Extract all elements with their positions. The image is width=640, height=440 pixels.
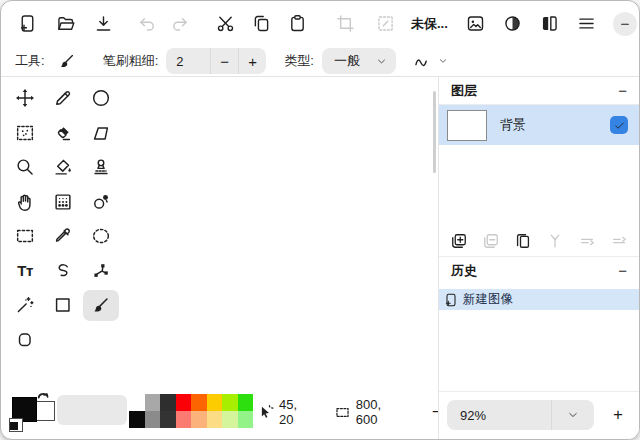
tool-lasso[interactable] xyxy=(45,255,81,286)
palette-swatch[interactable] xyxy=(222,411,238,428)
main-menu-button[interactable] xyxy=(575,12,599,36)
palette-swatch[interactable] xyxy=(160,394,176,411)
palette-swatch[interactable] xyxy=(191,411,207,428)
brush-size-increase-button[interactable]: + xyxy=(238,48,266,74)
curve-nodes-icon xyxy=(90,260,112,282)
tool-wand[interactable] xyxy=(7,290,43,321)
cursor-position-icon xyxy=(257,403,275,421)
background-color-swatch[interactable] xyxy=(35,401,55,421)
ellipse-select-icon xyxy=(90,225,112,247)
tool-halftone[interactable] xyxy=(45,186,81,217)
lower-layer-button[interactable] xyxy=(609,231,629,251)
palette-swatch[interactable] xyxy=(191,394,207,411)
zoom-dropdown[interactable] xyxy=(551,400,594,430)
rectangle-icon xyxy=(52,294,74,316)
tool-move[interactable] xyxy=(7,83,43,114)
titlebar-left-group xyxy=(15,12,115,36)
mini-color-swatch xyxy=(10,422,18,430)
rect-select-icon xyxy=(14,225,36,247)
tool-pencil[interactable] xyxy=(45,83,81,114)
palette-swatch[interactable] xyxy=(238,394,254,411)
tool-stamp[interactable] xyxy=(83,152,119,183)
merge-layer-button[interactable] xyxy=(545,231,565,251)
zoom-control-row: 92% + xyxy=(439,391,639,439)
raise-layer-icon xyxy=(577,231,597,251)
tool-eyedropper[interactable] xyxy=(45,221,81,252)
brush-size-decrease-button[interactable]: − xyxy=(210,48,238,74)
type-dropdown[interactable]: 一般 xyxy=(322,48,396,74)
swap-colors-icon[interactable] xyxy=(36,389,51,404)
history-panel-title: 历史 xyxy=(451,262,477,280)
zoom-control[interactable]: 92% xyxy=(447,400,594,430)
crop-button[interactable] xyxy=(333,12,357,36)
eyedropper-icon xyxy=(52,225,74,247)
tool-eraser[interactable] xyxy=(45,117,81,148)
image-properties-button[interactable] xyxy=(464,12,488,36)
secondary-color-swatch[interactable] xyxy=(9,418,23,432)
palette-swatch[interactable] xyxy=(207,411,223,428)
new-image-button[interactable] xyxy=(15,12,39,36)
paste-button[interactable] xyxy=(285,12,309,36)
tool-rectangle[interactable] xyxy=(45,290,81,321)
titlebar: 未保... xyxy=(1,1,639,46)
layer-row[interactable]: 背景 xyxy=(439,105,639,145)
remove-layer-button[interactable] xyxy=(481,231,501,251)
tool-color-picker-dot[interactable] xyxy=(83,186,119,217)
undo-button[interactable] xyxy=(135,12,159,36)
palette-swatch[interactable] xyxy=(176,411,192,428)
tool-curve[interactable] xyxy=(83,255,119,286)
raise-layer-button[interactable] xyxy=(577,231,597,251)
tool-fill[interactable] xyxy=(45,152,81,183)
copy-button[interactable] xyxy=(249,12,273,36)
duplicate-layer-button[interactable] xyxy=(513,231,533,251)
tool-rect-select[interactable] xyxy=(7,221,43,252)
tool-brush[interactable] xyxy=(83,290,119,321)
open-button[interactable] xyxy=(53,12,77,36)
tool-text[interactable]: Tт xyxy=(7,255,43,286)
palette-swatch[interactable] xyxy=(176,394,192,411)
image-properties-icon xyxy=(465,13,486,34)
canvas[interactable] xyxy=(131,77,438,439)
tool-hand[interactable] xyxy=(7,186,43,217)
canvas-scrollbar[interactable] xyxy=(433,77,437,439)
palette-swatch[interactable] xyxy=(160,411,176,428)
tool-rounded-rectangle[interactable] xyxy=(7,324,43,355)
paste-icon xyxy=(287,13,308,34)
palette-swatch[interactable] xyxy=(129,411,145,428)
cut-button[interactable] xyxy=(213,12,237,36)
flip-button[interactable] xyxy=(538,12,562,36)
save-icon xyxy=(93,13,114,34)
scale-button[interactable] xyxy=(373,12,397,36)
layer-visibility-checkbox[interactable] xyxy=(610,116,628,134)
active-tool-button[interactable] xyxy=(55,49,79,73)
redo-button[interactable] xyxy=(167,12,191,36)
tool-ellipse[interactable] xyxy=(83,83,119,114)
tool-shape[interactable] xyxy=(83,117,119,148)
palette-swatch[interactable] xyxy=(222,394,238,411)
zoom-in-button[interactable]: + xyxy=(607,405,629,425)
tool-zoom[interactable] xyxy=(7,152,43,183)
add-layer-button[interactable] xyxy=(449,231,469,251)
palette-swatch[interactable] xyxy=(145,411,161,428)
minimize-icon xyxy=(617,16,633,32)
tool-magic-select[interactable] xyxy=(7,117,43,148)
stroke-style-dropdown[interactable] xyxy=(412,51,448,72)
layers-collapse-button[interactable]: − xyxy=(618,83,627,98)
palette-swatch[interactable] xyxy=(129,394,145,411)
minimize-button[interactable] xyxy=(613,12,637,36)
wand-icon xyxy=(14,294,36,316)
save-button[interactable] xyxy=(91,12,115,36)
tool-ellipse-select[interactable] xyxy=(83,221,119,252)
scrollbar-thumb[interactable] xyxy=(433,91,436,173)
brush-size-value[interactable]: 2 xyxy=(166,54,210,69)
adjustments-button[interactable] xyxy=(501,12,525,36)
color-selector[interactable] xyxy=(9,392,57,434)
history-collapse-button[interactable]: − xyxy=(618,263,627,278)
halftone-icon xyxy=(52,191,74,213)
palette-swatch[interactable] xyxy=(238,411,254,428)
palette-swatch[interactable] xyxy=(207,394,223,411)
adjustments-icon xyxy=(502,13,523,34)
history-item[interactable]: 新建图像 xyxy=(439,289,639,310)
brush-preview-slot[interactable] xyxy=(57,395,127,425)
palette-swatch[interactable] xyxy=(145,394,161,411)
